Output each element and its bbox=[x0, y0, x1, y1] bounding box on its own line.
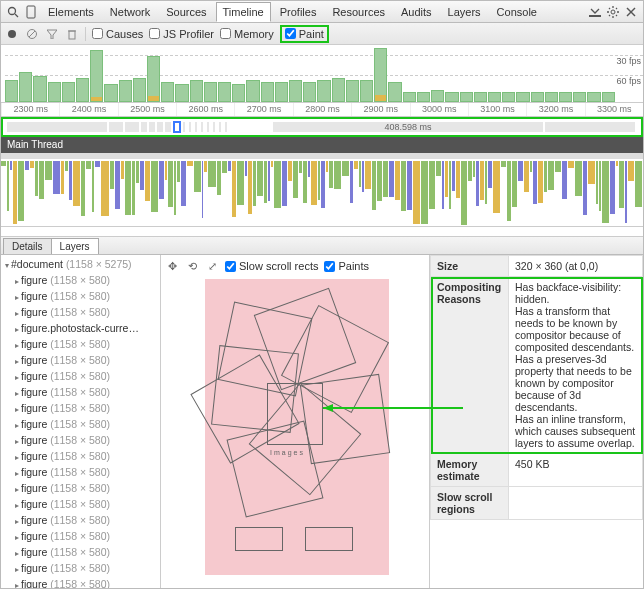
tab-console[interactable]: Console bbox=[490, 2, 544, 22]
svg-point-15 bbox=[8, 30, 16, 38]
svg-line-12 bbox=[609, 15, 610, 16]
layer-canvas[interactable]: ✥ ⟲ ⤢ Slow scroll rects Paints Images bbox=[161, 255, 429, 588]
memory-checkbox[interactable]: Memory bbox=[220, 28, 274, 40]
device-icon[interactable] bbox=[23, 4, 39, 20]
scrubber-thumb[interactable] bbox=[173, 121, 181, 133]
drawer-icon[interactable] bbox=[587, 4, 603, 20]
tab-details[interactable]: Details bbox=[3, 238, 52, 254]
prop-size-key: Size bbox=[431, 256, 509, 277]
tab-network[interactable]: Network bbox=[103, 2, 157, 22]
tab-elements[interactable]: Elements bbox=[41, 2, 101, 22]
separator bbox=[85, 27, 86, 41]
causes-label: Causes bbox=[106, 28, 143, 40]
garbage-icon[interactable] bbox=[65, 27, 79, 41]
svg-line-10 bbox=[616, 15, 617, 16]
search-icon[interactable] bbox=[5, 4, 21, 20]
jsprofiler-label: JS Profiler bbox=[163, 28, 214, 40]
pan-icon[interactable]: ✥ bbox=[165, 259, 179, 273]
svg-point-4 bbox=[611, 10, 615, 14]
tab-layers[interactable]: Layers bbox=[441, 2, 488, 22]
details-tabs: Details Layers bbox=[1, 237, 643, 255]
svg-rect-3 bbox=[589, 15, 601, 17]
time-axis: 2300 ms2400 ms2500 ms2600 ms2700 ms2800 … bbox=[1, 103, 643, 117]
gear-icon[interactable] bbox=[605, 4, 621, 20]
flame-chart[interactable] bbox=[1, 153, 643, 227]
clear-icon[interactable] bbox=[25, 27, 39, 41]
reset-icon[interactable]: ⤢ bbox=[205, 259, 219, 273]
selected-layer[interactable] bbox=[267, 383, 323, 445]
slow-scroll-checkbox[interactable]: Slow scroll rects bbox=[225, 260, 318, 272]
paints-checkbox[interactable]: Paints bbox=[324, 260, 369, 272]
svg-rect-2 bbox=[27, 6, 35, 18]
paint-highlight: Paint bbox=[280, 25, 329, 43]
paint-label: Paint bbox=[299, 28, 324, 40]
tab-layers-detail[interactable]: Layers bbox=[51, 238, 99, 254]
prop-mem-key: Memory estimate bbox=[431, 454, 509, 487]
prop-scroll-key: Slow scroll regions bbox=[431, 487, 509, 520]
causes-checkbox[interactable]: Causes bbox=[92, 28, 143, 40]
tab-sources[interactable]: Sources bbox=[159, 2, 213, 22]
close-icon[interactable] bbox=[623, 4, 639, 20]
svg-marker-18 bbox=[47, 30, 57, 39]
rotate-icon[interactable]: ⟲ bbox=[185, 259, 199, 273]
spacer bbox=[1, 227, 643, 237]
paint-checkbox[interactable]: Paint bbox=[285, 28, 324, 40]
prop-reasons-key: Compositing Reasons bbox=[431, 277, 509, 454]
tab-audits[interactable]: Audits bbox=[394, 2, 439, 22]
svg-rect-19 bbox=[69, 31, 75, 39]
layer-tree[interactable]: #document (1158 × 5275)figure (1158 × 58… bbox=[1, 255, 161, 588]
filter-icon[interactable] bbox=[45, 27, 59, 41]
memory-label: Memory bbox=[234, 28, 274, 40]
svg-line-9 bbox=[609, 8, 610, 9]
main-thread-label: Main Thread bbox=[1, 137, 643, 153]
prop-size-val: 320 × 360 (at 0,0) bbox=[509, 256, 643, 277]
svg-marker-22 bbox=[323, 404, 333, 412]
svg-point-0 bbox=[9, 7, 16, 14]
tab-profiles[interactable]: Profiles bbox=[273, 2, 324, 22]
canvas-controls: ✥ ⟲ ⤢ Slow scroll rects Paints bbox=[165, 259, 369, 273]
devtools-tabbar: Elements Network Sources Timeline Profil… bbox=[1, 1, 643, 23]
arrow-icon bbox=[323, 403, 463, 413]
tab-timeline[interactable]: Timeline bbox=[216, 2, 271, 22]
jsprofiler-checkbox[interactable]: JS Profiler bbox=[149, 28, 214, 40]
layer-viewport: Images bbox=[205, 279, 389, 575]
overview-time: 408.598 ms bbox=[273, 122, 543, 132]
tab-resources[interactable]: Resources bbox=[325, 2, 392, 22]
images-label: Images bbox=[270, 449, 305, 456]
prop-mem-val: 450 KB bbox=[509, 454, 643, 487]
svg-line-17 bbox=[29, 31, 35, 37]
timeline-toolbar: Causes JS Profiler Memory Paint bbox=[1, 23, 643, 45]
prop-scroll-val bbox=[509, 487, 643, 520]
svg-line-1 bbox=[15, 14, 18, 17]
prop-reasons-val: Has backface-visibility: hidden.Has a tr… bbox=[509, 277, 643, 454]
record-icon[interactable] bbox=[5, 27, 19, 41]
overview-scrubber[interactable]: 408.598 ms bbox=[1, 117, 643, 137]
layer-properties: Size320 × 360 (at 0,0) Compositing Reaso… bbox=[429, 255, 643, 588]
layers-panel: #document (1158 × 5275)figure (1158 × 58… bbox=[1, 255, 643, 588]
fps-chart[interactable]: 30 fps 60 fps bbox=[1, 45, 643, 103]
svg-line-11 bbox=[616, 8, 617, 9]
